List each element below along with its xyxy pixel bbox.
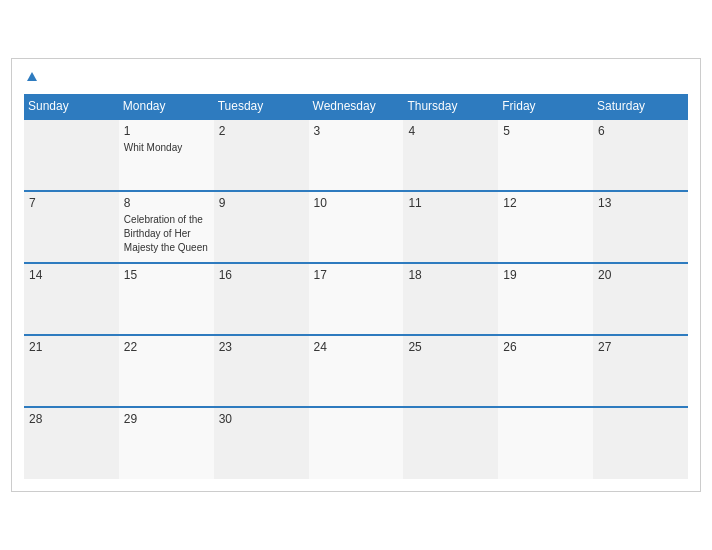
- calendar-cell: 21: [24, 335, 119, 407]
- calendar-cell: 2: [214, 119, 309, 191]
- day-number: 29: [124, 412, 209, 426]
- calendar-cell: 30: [214, 407, 309, 479]
- calendar-cell: 24: [309, 335, 404, 407]
- weekday-header-monday: Monday: [119, 94, 214, 119]
- day-number: 12: [503, 196, 588, 210]
- day-number: 8: [124, 196, 209, 210]
- day-number: 16: [219, 268, 304, 282]
- day-number: 19: [503, 268, 588, 282]
- calendar-header: [24, 69, 688, 87]
- calendar-week-row: 14151617181920: [24, 263, 688, 335]
- calendar-cell: 4: [403, 119, 498, 191]
- calendar-cell: 22: [119, 335, 214, 407]
- logo-general: [24, 69, 37, 87]
- day-number: 26: [503, 340, 588, 354]
- day-number: 17: [314, 268, 399, 282]
- calendar-cell: 16: [214, 263, 309, 335]
- calendar-cell: [593, 407, 688, 479]
- calendar-cell: 12: [498, 191, 593, 263]
- calendar-cell: 3: [309, 119, 404, 191]
- calendar-cell: 25: [403, 335, 498, 407]
- calendar-cell: [309, 407, 404, 479]
- calendar-body: 1Whit Monday2345678Celebration of the Bi…: [24, 119, 688, 479]
- weekday-header-row: SundayMondayTuesdayWednesdayThursdayFrid…: [24, 94, 688, 119]
- logo: [24, 69, 37, 87]
- calendar-cell: [498, 407, 593, 479]
- calendar-cell: 6: [593, 119, 688, 191]
- day-number: 18: [408, 268, 493, 282]
- day-number: 20: [598, 268, 683, 282]
- calendar-cell: 13: [593, 191, 688, 263]
- day-number: 24: [314, 340, 399, 354]
- calendar-cell: 7: [24, 191, 119, 263]
- calendar-cell: 17: [309, 263, 404, 335]
- calendar-cell: 19: [498, 263, 593, 335]
- calendar-cell: 18: [403, 263, 498, 335]
- event-text: Celebration of the Birthday of Her Majes…: [124, 214, 208, 253]
- calendar-cell: 11: [403, 191, 498, 263]
- event-text: Whit Monday: [124, 142, 182, 153]
- day-number: 14: [29, 268, 114, 282]
- logo-triangle-icon: [27, 72, 37, 81]
- calendar-cell: 28: [24, 407, 119, 479]
- day-number: 5: [503, 124, 588, 138]
- day-number: 21: [29, 340, 114, 354]
- calendar-cell: [403, 407, 498, 479]
- calendar-cell: 9: [214, 191, 309, 263]
- day-number: 1: [124, 124, 209, 138]
- calendar-cell: 26: [498, 335, 593, 407]
- day-number: 9: [219, 196, 304, 210]
- day-number: 3: [314, 124, 399, 138]
- calendar-cell: 5: [498, 119, 593, 191]
- day-number: 23: [219, 340, 304, 354]
- day-number: 25: [408, 340, 493, 354]
- calendar-cell: 23: [214, 335, 309, 407]
- calendar-cell: 8Celebration of the Birthday of Her Maje…: [119, 191, 214, 263]
- weekday-header-sunday: Sunday: [24, 94, 119, 119]
- calendar-cell: 27: [593, 335, 688, 407]
- weekday-header-friday: Friday: [498, 94, 593, 119]
- weekday-header-saturday: Saturday: [593, 94, 688, 119]
- calendar-cell: 20: [593, 263, 688, 335]
- day-number: 13: [598, 196, 683, 210]
- calendar-cell: 29: [119, 407, 214, 479]
- calendar-week-row: 78Celebration of the Birthday of Her Maj…: [24, 191, 688, 263]
- calendar-thead: SundayMondayTuesdayWednesdayThursdayFrid…: [24, 94, 688, 119]
- day-number: 28: [29, 412, 114, 426]
- day-number: 11: [408, 196, 493, 210]
- day-number: 6: [598, 124, 683, 138]
- day-number: 27: [598, 340, 683, 354]
- calendar: SundayMondayTuesdayWednesdayThursdayFrid…: [11, 58, 701, 493]
- day-number: 7: [29, 196, 114, 210]
- day-number: 4: [408, 124, 493, 138]
- day-number: 2: [219, 124, 304, 138]
- calendar-week-row: 1Whit Monday23456: [24, 119, 688, 191]
- weekday-header-wednesday: Wednesday: [309, 94, 404, 119]
- day-number: 10: [314, 196, 399, 210]
- weekday-header-thursday: Thursday: [403, 94, 498, 119]
- calendar-cell: 1Whit Monday: [119, 119, 214, 191]
- weekday-header-tuesday: Tuesday: [214, 94, 309, 119]
- calendar-week-row: 282930: [24, 407, 688, 479]
- day-number: 15: [124, 268, 209, 282]
- calendar-cell: 10: [309, 191, 404, 263]
- calendar-cell: 14: [24, 263, 119, 335]
- calendar-week-row: 21222324252627: [24, 335, 688, 407]
- calendar-table: SundayMondayTuesdayWednesdayThursdayFrid…: [24, 94, 688, 479]
- day-number: 22: [124, 340, 209, 354]
- calendar-cell: [24, 119, 119, 191]
- calendar-cell: 15: [119, 263, 214, 335]
- day-number: 30: [219, 412, 304, 426]
